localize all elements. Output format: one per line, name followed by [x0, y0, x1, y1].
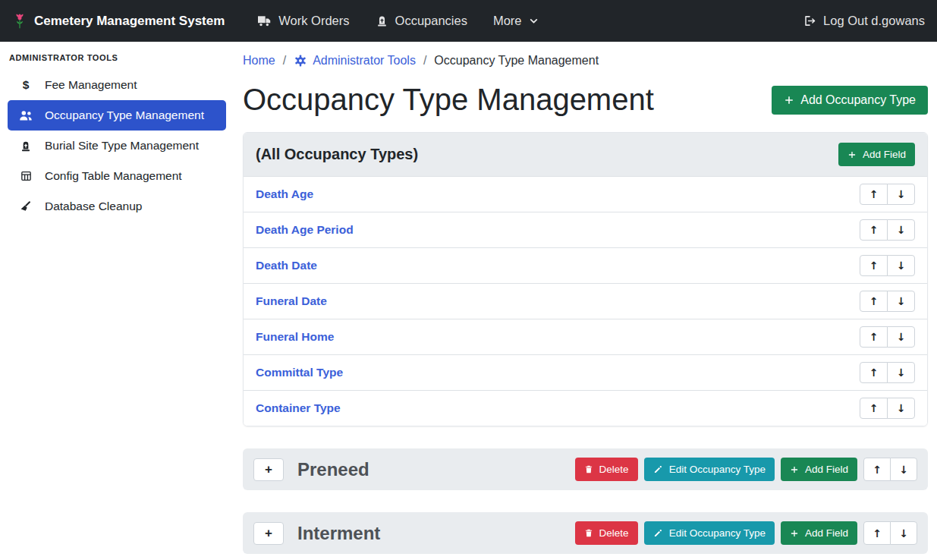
move-down-button[interactable]: ↓	[890, 458, 917, 481]
field-row: Death Age ↑ ↓	[244, 176, 927, 212]
field-link[interactable]: Death Date	[256, 259, 317, 272]
tulip-logo-icon	[12, 13, 27, 30]
app-title: Cemetery Management System	[34, 14, 225, 29]
reorder-button-group: ↑ ↓	[860, 255, 915, 276]
add-occupancy-type-button[interactable]: Add Occupancy Type	[772, 86, 928, 115]
expand-button[interactable]: +	[253, 522, 284, 545]
field-link[interactable]: Container Type	[256, 401, 341, 415]
sidebar-item-database-cleanup[interactable]: Database Cleanup	[8, 191, 226, 222]
arrow-up-icon: ↑	[869, 296, 879, 307]
app-brand[interactable]: Cemetery Management System	[12, 13, 225, 30]
plus-icon	[847, 150, 857, 159]
reorder-button-group: ↑ ↓	[860, 398, 915, 419]
arrow-up-icon: ↑	[869, 332, 879, 342]
field-link[interactable]: Death Age Period	[256, 223, 354, 237]
broom-icon	[17, 200, 35, 213]
arrow-down-icon: ↓	[897, 260, 906, 271]
breadcrumb-admin-tools-link[interactable]: Administrator Tools	[294, 54, 416, 68]
main-content: Home / Administrator Tools / Occupancy T…	[234, 42, 937, 560]
occupancy-type-section-interment: + Interment Delete Edit Occupancy Type A…	[243, 512, 928, 554]
add-field-button[interactable]: Add Field	[781, 521, 857, 545]
page-title: Occupancy Type Management	[243, 83, 654, 117]
tombstone-icon	[376, 14, 388, 27]
field-link[interactable]: Funeral Date	[256, 294, 327, 308]
field-link[interactable]: Funeral Home	[256, 330, 334, 344]
add-field-label: Add Field	[805, 464, 848, 475]
reorder-button-group: ↑ ↓	[860, 362, 915, 383]
sidebar-item-label: Fee Management	[45, 78, 137, 92]
move-down-button[interactable]: ↓	[887, 255, 915, 276]
arrow-up-icon: ↑	[869, 189, 879, 200]
add-field-button[interactable]: Add Field	[838, 143, 915, 166]
nav-more-label: More	[493, 14, 522, 28]
pencil-icon	[653, 528, 663, 538]
gear-icon	[294, 54, 307, 68]
move-down-button[interactable]: ↓	[890, 521, 917, 545]
field-row: Death Date ↑ ↓	[244, 247, 927, 283]
field-link[interactable]: Committal Type	[256, 366, 343, 379]
sidebar-item-label: Config Table Management	[45, 169, 182, 183]
move-down-button[interactable]: ↓	[887, 398, 915, 419]
field-row: Committal Type ↑ ↓	[244, 354, 927, 390]
section-title: Interment	[297, 523, 380, 544]
logout-icon	[803, 14, 816, 27]
breadcrumb-current: Occupancy Type Management	[434, 54, 599, 68]
delete-label: Delete	[599, 527, 629, 539]
sidebar-item-occupancy-type-management[interactable]: Occupancy Type Management	[8, 100, 226, 131]
sidebar-item-burial-site-type-management[interactable]: Burial Site Type Management	[8, 131, 226, 161]
top-navbar: Cemetery Management System Work Orders O…	[0, 0, 937, 42]
move-up-button[interactable]: ↑	[863, 458, 891, 481]
section-title: Preneed	[297, 459, 369, 480]
add-field-label: Add Field	[805, 527, 848, 539]
delete-button[interactable]: Delete	[575, 521, 638, 545]
truck-icon	[257, 14, 272, 27]
arrow-down-icon: ↓	[897, 189, 906, 200]
field-row: Death Age Period ↑ ↓	[244, 212, 927, 247]
breadcrumb-separator: /	[283, 54, 286, 68]
delete-button[interactable]: Delete	[575, 458, 638, 481]
edit-occupancy-type-button[interactable]: Edit Occupancy Type	[644, 521, 775, 545]
field-link[interactable]: Death Age	[256, 187, 313, 201]
arrow-up-icon: ↑	[869, 225, 879, 235]
nav-work-orders[interactable]: Work Orders	[257, 14, 349, 28]
reorder-button-group: ↑ ↓	[860, 184, 915, 205]
users-icon	[17, 109, 35, 121]
field-row: Container Type ↑ ↓	[244, 390, 927, 426]
section-actions: Delete Edit Occupancy Type Add Field ↑ ↓	[575, 458, 917, 481]
sidebar-item-fee-management[interactable]: $ Fee Management	[8, 70, 226, 100]
sidebar-item-label: Occupancy Type Management	[45, 109, 204, 122]
nav-work-orders-label: Work Orders	[278, 14, 349, 28]
arrow-up-icon: ↑	[869, 260, 879, 271]
move-up-button[interactable]: ↑	[860, 362, 888, 383]
pencil-icon	[653, 464, 663, 474]
move-up-button[interactable]: ↑	[860, 255, 888, 276]
move-up-button[interactable]: ↑	[860, 291, 888, 312]
move-down-button[interactable]: ↓	[887, 219, 915, 241]
nav-occupancies[interactable]: Occupancies	[376, 14, 467, 28]
sidebar-item-label: Burial Site Type Management	[45, 139, 199, 153]
sidebar-section-header: ADMINISTRATOR TOOLS	[0, 46, 234, 70]
logout-button[interactable]: Log Out d.gowans	[803, 14, 925, 28]
move-down-button[interactable]: ↓	[887, 326, 915, 348]
move-up-button[interactable]: ↑	[863, 521, 891, 545]
arrow-down-icon: ↓	[899, 464, 908, 475]
breadcrumb-home-link[interactable]: Home	[243, 54, 275, 68]
edit-occupancy-type-button[interactable]: Edit Occupancy Type	[644, 458, 775, 481]
move-up-button[interactable]: ↑	[860, 219, 888, 241]
expand-button[interactable]: +	[253, 458, 284, 481]
move-up-button[interactable]: ↑	[860, 184, 888, 205]
arrow-down-icon: ↓	[897, 332, 906, 342]
nav-more[interactable]: More	[493, 14, 539, 28]
move-down-button[interactable]: ↓	[887, 362, 915, 383]
move-up-button[interactable]: ↑	[860, 326, 888, 348]
plus-icon	[784, 95, 794, 105]
move-down-button[interactable]: ↓	[887, 291, 915, 312]
breadcrumb-admin-tools-label: Administrator Tools	[313, 54, 416, 68]
sidebar-item-config-table-management[interactable]: Config Table Management	[8, 161, 226, 191]
add-field-button[interactable]: Add Field	[781, 458, 857, 481]
dollar-icon: $	[17, 78, 35, 92]
move-down-button[interactable]: ↓	[887, 184, 915, 205]
section-actions: Delete Edit Occupancy Type Add Field ↑ ↓	[575, 521, 917, 545]
plus-icon	[790, 529, 799, 538]
move-up-button[interactable]: ↑	[860, 398, 888, 419]
